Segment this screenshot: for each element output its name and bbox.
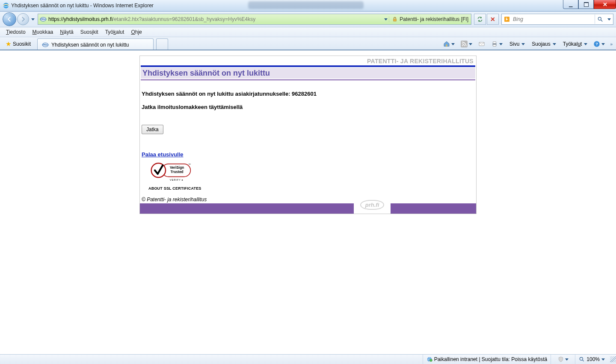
security-badge[interactable]: Patentti- ja rekisterihallitus [FI] — [389, 16, 471, 22]
home-icon — [443, 41, 450, 47]
bing-icon — [503, 16, 510, 23]
tab-favicon: PRH — [42, 41, 49, 48]
verisign-seal[interactable]: VeriSign Trusted VERIFY ▸ ™ — [148, 160, 474, 185]
tab-title: Yhdistyksen säännöt on nyt lukittu — [51, 42, 129, 48]
address-row: PRH https://yhdistysilmoitus.prh.fi/etan… — [0, 12, 616, 27]
svg-text:™: ™ — [188, 163, 191, 166]
copyright: © Patentti- ja rekisterihallitus — [142, 197, 474, 203]
rss-icon — [461, 41, 468, 47]
favorites-button[interactable]: ★ Suosikit — [2, 38, 35, 50]
back-home-link[interactable]: Palaa etusivulle — [142, 151, 184, 158]
menu-file[interactable]: Tiedosto — [3, 28, 29, 36]
shield-off-icon — [558, 356, 564, 362]
menu-edit[interactable]: Muokkaa — [29, 28, 57, 36]
safety-menu[interactable]: Suojaus — [528, 39, 558, 49]
help-icon: ? — [593, 41, 600, 47]
blue-rule — [141, 65, 475, 67]
svg-rect-10 — [446, 44, 447, 46]
svg-rect-11 — [461, 41, 468, 47]
menu-favorites[interactable]: Suosikit — [77, 28, 102, 36]
feeds-button[interactable] — [458, 39, 475, 49]
help-button[interactable]: ? — [591, 39, 607, 49]
content-card: PATENTTI- JA REKISTERIHALLITUS Yhdistyks… — [139, 56, 477, 214]
window-title: Yhdistyksen säännöt on nyt lukittu - Win… — [11, 3, 154, 9]
ssl-caption[interactable]: ABOUT SSL CERTIFICATES — [148, 186, 474, 191]
svg-text:?: ? — [596, 42, 598, 46]
svg-point-12 — [462, 45, 463, 47]
read-mail-button[interactable] — [476, 39, 488, 49]
zoom-value: 100% — [586, 356, 600, 362]
site-favicon: PRH — [40, 16, 47, 23]
svg-rect-16 — [493, 44, 496, 46]
back-button[interactable] — [3, 12, 16, 26]
forward-button[interactable] — [17, 13, 29, 25]
favorites-label: Suosikit — [13, 41, 31, 47]
close-button[interactable]: ✕ — [594, 0, 616, 9]
star-icon: ★ — [6, 40, 11, 48]
window-titlebar: Yhdistyksen säännöt on nyt lukittu - Win… — [0, 0, 616, 12]
org-header: PATENTTI- JA REKISTERIHALLITUS — [140, 56, 476, 65]
footer-bar: prh.fi — [140, 203, 476, 214]
continue-message: Jatka ilmoituslomakkeen täyttämisellä — [142, 104, 474, 111]
page-viewport[interactable]: PATENTTI- JA REKISTERIHALLITUS Yhdistyks… — [0, 50, 616, 355]
new-tab-button[interactable] — [156, 38, 168, 51]
page-menu[interactable]: Sivu — [506, 39, 527, 49]
menu-bar: Tiedosto Muokkaa Näytä Suosikit Työkalut… — [0, 27, 616, 37]
svg-point-27 — [580, 357, 583, 360]
svg-point-26 — [429, 359, 432, 361]
prh-logo: prh.fi — [360, 200, 385, 210]
lock-icon — [392, 16, 398, 22]
url-text: https://yhdistysilmoitus.prh.fi/etanik2.… — [48, 16, 383, 22]
svg-text:VeriSign: VeriSign — [170, 165, 184, 170]
stop-button[interactable]: ✕ — [487, 14, 499, 25]
toolbar-overflow[interactable]: » — [608, 42, 614, 47]
page-heading: Yhdistyksen säännöt on nyt lukittu — [141, 68, 475, 79]
address-bar[interactable]: PRH https://yhdistysilmoitus.prh.fi/etan… — [38, 14, 471, 25]
search-input[interactable] — [512, 16, 595, 23]
ie-icon — [3, 2, 9, 9]
refresh-button[interactable] — [474, 14, 486, 25]
security-zone[interactable]: Paikallinen intranet | Suojattu tila: Po… — [423, 355, 551, 364]
mail-icon — [478, 41, 485, 47]
search-go-button[interactable] — [595, 15, 605, 24]
tab-active[interactable]: PRH Yhdistyksen säännöt on nyt lukittu — [37, 38, 154, 51]
nav-history-dropdown[interactable] — [30, 18, 36, 21]
maximize-button[interactable] — [578, 0, 594, 9]
url-dropdown[interactable] — [383, 18, 389, 21]
svg-rect-13 — [479, 42, 484, 46]
tools-menu[interactable]: Työkalut — [560, 39, 590, 49]
purple-rule — [141, 79, 475, 80]
svg-line-7 — [601, 20, 603, 22]
aero-blur-decor — [248, 1, 364, 9]
intranet-icon — [426, 356, 432, 362]
zoom-control[interactable]: 100% — [575, 355, 608, 364]
locked-message: Yhdistyksen säännöt on nyt lukittu asiak… — [142, 91, 474, 98]
svg-rect-4 — [394, 19, 397, 21]
resize-grip[interactable] — [610, 356, 616, 362]
zoom-icon — [579, 356, 585, 362]
protected-mode-dropdown[interactable] — [551, 355, 575, 364]
svg-text:PRH: PRH — [43, 44, 48, 46]
menu-tools[interactable]: Työkalut — [102, 28, 128, 36]
menu-view[interactable]: Näytä — [56, 28, 77, 36]
search-bar[interactable] — [501, 14, 613, 25]
svg-rect-15 — [493, 42, 496, 44]
menu-help[interactable]: Ohje — [127, 28, 145, 36]
zone-text: Paikallinen intranet | Suojattu tila: Po… — [434, 356, 548, 362]
svg-text:VERIFY ▸: VERIFY ▸ — [170, 179, 184, 181]
svg-text:PRH: PRH — [41, 18, 46, 21]
search-provider-dropdown[interactable] — [605, 18, 613, 21]
status-bar: Paikallinen intranet | Suojattu tila: Po… — [0, 354, 616, 364]
svg-point-6 — [598, 17, 601, 20]
svg-line-28 — [583, 360, 584, 361]
continue-button[interactable]: Jatka — [142, 125, 163, 134]
print-icon — [491, 41, 498, 47]
minimize-button[interactable]: ▁ — [563, 0, 578, 9]
print-button[interactable] — [489, 39, 505, 49]
home-button[interactable] — [441, 39, 457, 49]
svg-text:Trusted: Trusted — [171, 170, 184, 174]
